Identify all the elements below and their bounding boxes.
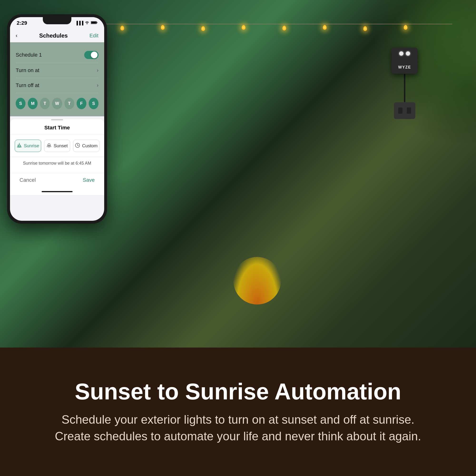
days-row: S M T W T F S	[16, 93, 99, 112]
navigation-bar: ‹ Schedules Edit	[10, 29, 104, 42]
sheet-handle	[51, 119, 63, 120]
turn-off-label: Turn off at	[16, 82, 39, 88]
string-lights	[48, 24, 452, 24]
light-bulb	[404, 25, 408, 30]
light-bulb	[201, 26, 205, 31]
turn-off-chevron: ›	[97, 82, 99, 88]
light-bulb	[323, 25, 327, 30]
battery-icon	[91, 21, 98, 25]
home-indicator	[42, 191, 72, 192]
day-wednesday[interactable]: W	[52, 98, 62, 109]
status-time: 2:29	[17, 20, 27, 26]
day-saturday[interactable]: S	[89, 98, 99, 109]
schedule-toggle[interactable]	[84, 51, 99, 59]
light-bulb	[282, 26, 286, 31]
nav-title: Schedules	[39, 32, 68, 39]
day-friday[interactable]: F	[77, 98, 86, 109]
turn-on-chevron: ›	[97, 67, 99, 73]
light-bulb	[363, 26, 367, 31]
signal-icon: ▐▐▐	[75, 21, 83, 25]
sunset-option[interactable]: Sunset	[44, 140, 70, 152]
toggle-knob	[91, 52, 98, 58]
schedule-row: Schedule 1	[16, 47, 99, 63]
back-button[interactable]: ‹	[16, 33, 17, 39]
app-content: Schedule 1 Turn on at › Turn off at ›	[10, 42, 104, 116]
turn-off-row[interactable]: Turn off at ›	[16, 78, 99, 93]
status-icons: ▐▐▐	[75, 21, 98, 25]
edit-button[interactable]: Edit	[89, 33, 99, 39]
sunrise-option[interactable]: Sunrise	[15, 140, 41, 152]
custom-label: Custom	[82, 143, 98, 148]
day-sunday[interactable]: S	[16, 98, 25, 109]
info-text: Sunrise tomorrow will be at 6:45 AM	[10, 157, 104, 170]
sheet-title: Start Time	[10, 122, 104, 135]
svg-rect-2	[91, 22, 96, 24]
bottom-sheet: Start Time	[10, 119, 104, 195]
sunrise-icon	[17, 143, 22, 149]
sunset-label: Sunset	[53, 143, 68, 148]
day-monday[interactable]: M	[28, 98, 38, 109]
light-bulb	[120, 26, 124, 31]
wifi-icon	[85, 21, 89, 25]
custom-icon	[75, 143, 80, 149]
schedule-label: Schedule 1	[16, 52, 42, 58]
sunset-icon	[46, 143, 52, 149]
sheet-actions: Cancel Save	[10, 173, 104, 188]
sub-text-line2: Create schedules to automate your life a…	[55, 428, 421, 445]
day-thursday[interactable]: T	[65, 98, 74, 109]
home-bar	[10, 188, 104, 195]
svg-line-10	[78, 145, 79, 146]
light-bulb	[242, 25, 245, 30]
light-bulb	[161, 25, 165, 30]
cancel-button[interactable]: Cancel	[19, 177, 36, 183]
custom-option[interactable]: Custom	[73, 140, 100, 152]
bottom-section: Sunset to Sunrise Automation Schedule yo…	[0, 348, 476, 476]
turn-on-label: Turn on at	[16, 67, 39, 73]
fire-pit	[233, 257, 281, 305]
phone-outer: 2:29 ▐▐▐	[7, 14, 107, 224]
sub-text-line1: Schedule your exterior lights to turn on…	[62, 411, 414, 428]
main-title: Sunset to Sunrise Automation	[75, 379, 401, 404]
sheet-options: Sunrise Sunset	[10, 135, 104, 157]
phone-mockup: 2:29 ▐▐▐	[7, 14, 107, 224]
phone-screen: 2:29 ▐▐▐	[10, 17, 104, 221]
sunrise-label: Sunrise	[24, 143, 39, 148]
wyze-device: WYZE	[386, 48, 424, 119]
day-tuesday[interactable]: T	[40, 98, 50, 109]
save-button[interactable]: Save	[83, 177, 95, 183]
svg-rect-1	[97, 22, 97, 23]
turn-on-row[interactable]: Turn on at ›	[16, 63, 99, 78]
